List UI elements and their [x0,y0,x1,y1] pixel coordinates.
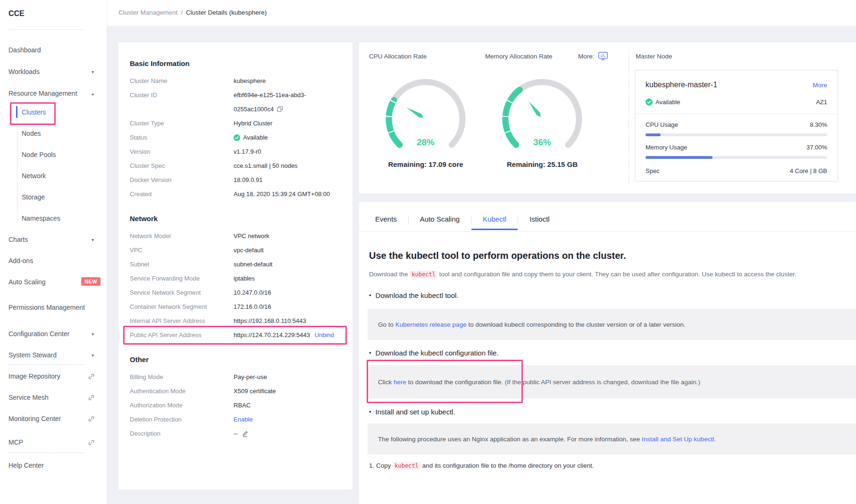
breadcrumb: Cluster Management/Cluster Details (kube… [118,9,267,16]
sidebar-item-system-steward[interactable]: System Steward ▾ [8,350,99,360]
external-link-icon [88,439,95,446]
status-available-icon [234,134,240,141]
install-and-setup-kubectl-link[interactable]: Install and Set Up kubectl [642,436,714,443]
edit-icon[interactable] [242,430,249,437]
sidebar-item-storage[interactable]: Storage [22,192,99,202]
cpu-usage-bar-fill [646,133,661,136]
tab-bar-divider [359,231,856,231]
breadcrumb-separator: / [181,9,183,16]
monitor-chart-icon[interactable] [598,51,608,61]
tab-events[interactable]: Events [375,215,408,230]
chevron-down-icon: ▾ [92,331,94,337]
kubectl-code: kubectl [410,271,437,278]
row-vpc: VPC vpc-default [130,243,341,257]
sidebar-item-permissions-management[interactable]: Permissions Management [8,297,99,318]
row-version: Version v1.17.9-r0 [130,145,341,159]
tab-kubectl[interactable]: Kubectl [471,215,518,230]
tab-bar: Events Auto Scaling Kubectl Istioctl [375,215,561,230]
sidebar-item-network[interactable]: Network [22,171,99,181]
row-cluster-id: Cluster ID efbf694e-e125-11ea-abd3- 0255… [130,88,341,116]
sidebar-item-image-repository[interactable]: Image Repository [8,371,99,381]
sidebar-item-dashboard[interactable]: Dashboard [8,45,99,55]
cpu-remaining-label: Remaining: 17.09 core [374,160,478,168]
row-description: Description -- [130,427,341,441]
step-download-tool-box: Go to Kubernetes release page to downloa… [368,309,856,340]
sidebar-item-configuration-center[interactable]: Configuration Center ▾ [8,329,99,339]
master-node-title: Master Node [636,53,672,60]
step-download-config-box: Click here to download the configuration… [368,365,856,398]
row-docker-version: Docker Version 18.09.0.91 [130,173,341,187]
step-install-kubectl: Install and set up kubectl. [369,408,455,416]
app-title: CCE [8,9,25,18]
row-cluster-type: Cluster Type Hybrid Cluster [130,116,341,131]
instruction-copy-kubectl: 1. Copy kubectl and its configuration fi… [369,462,594,469]
sidebar-item-namespaces[interactable]: Namespaces [22,213,99,223]
kubectl-heading: Use the kubectl tool to perform operatio… [369,250,626,261]
master-node-name: kubesphere-master-1 [646,81,717,89]
spec-value: 4 Core | 8 GB [790,167,827,174]
row-status: Status Available [130,131,341,145]
row-cluster-spec: Cluster Spec cce.s1.small | 50 nodes [130,159,341,173]
cluster-tabs-panel: Events Auto Scaling Kubectl Istioctl Use… [359,202,856,504]
monitoring-panel: CPU Allocation Rate Memory Allocation Ra… [359,42,856,193]
sidebar-item-resource-management[interactable]: Resource Management ▴ [8,88,99,99]
enable-link[interactable]: Enable [234,413,252,427]
master-node-divider [635,114,838,114]
kubernetes-release-page-link[interactable]: Kubernetes release page [395,321,467,328]
row-network-model: Network Model VPC network [130,229,341,243]
step-install-kubectl-box: The following procedure uses an Nginx ap… [368,423,856,454]
other-title: Other [130,355,341,364]
chevron-down-icon: ▾ [92,353,94,358]
breadcrumb-parent[interactable]: Cluster Management [118,9,177,16]
step-download-tool: Download the kubectl tool. [369,291,459,299]
kubectl-intro: Download the kubectl tool and configurat… [369,271,797,278]
sidebar-divider [8,29,84,30]
sidebar-item-add-ons[interactable]: Add-ons [8,256,99,266]
memory-usage-bar [646,156,827,159]
tab-auto-scaling[interactable]: Auto Scaling [409,215,471,230]
new-badge: NEW [81,277,101,286]
row-public-api-server-address: Public API Server Address https://124.70… [130,328,341,342]
download-config-here-link[interactable]: here [394,379,406,386]
other-list: Billing Mode Pay-per-use Authentication … [130,370,341,441]
chevron-up-icon: ▴ [92,91,94,96]
sidebar-item-service-mesh[interactable]: Service Mesh [8,392,99,403]
row-internal-api-server-address: Internal API Server Address https://192.… [130,314,341,328]
memory-usage-value: 37.00% [806,144,827,151]
status-available-icon [646,99,653,106]
svg-text:36%: 36% [533,137,551,147]
sidebar-item-help-center[interactable]: Help Center [8,460,99,471]
sidebar-item-mcp[interactable]: MCP [8,437,99,447]
sidebar-item-nodes[interactable]: Nodes [22,128,99,139]
cpu-allocation-gauge: 28% [381,75,470,151]
basic-information-list: Cluster Name kubesphere Cluster ID efbf6… [130,74,341,201]
step-download-config: Download the kubectl configuration file. [369,349,499,357]
memory-allocation-rate-title: Memory Allocation Rate [485,53,553,60]
master-node-az: AZ1 [816,99,827,106]
row-container-network-segment: Container Network Segment 172.16.0.0/16 [130,300,341,314]
network-title: Network [130,215,341,223]
sidebar-item-workloads[interactable]: Workloads ▾ [8,66,99,77]
sidebar-item-clusters[interactable]: Clusters [22,107,99,117]
row-created: Created Aug 18, 2020 15:39:24 GMT+08:00 [130,187,341,201]
sidebar-item-node-pools[interactable]: Node Pools [22,149,99,160]
row-service-network-segment: Service Network Segment 10.247.0.0/16 [130,286,341,300]
sidebar-item-monitoring-center[interactable]: Monitoring Center [8,413,99,424]
chevron-down-icon: ▾ [92,69,94,74]
sidebar-item-charts[interactable]: Charts ▾ [8,234,99,245]
master-node-status: Available [655,99,680,106]
master-node-more-link[interactable]: More [813,82,827,89]
tab-istioctl[interactable]: Istioctl [518,215,561,230]
submenu-connector-line [17,107,17,223]
svg-text:28%: 28% [417,137,435,147]
cpu-usage-value: 8.30% [810,121,827,128]
memory-remaining-label: Remaining: 25.15 GB [490,160,594,168]
unbind-link[interactable]: Unbind [315,331,334,339]
row-subnet: Subnet subnet-default [130,257,341,272]
master-node-title-row: kubesphere-master-1 More [646,81,827,89]
cpu-usage-bar [646,133,827,136]
monitor-more: More: [578,51,608,61]
sidebar: CCE Dashboard Workloads ▾ Resource Manag… [0,0,107,504]
copy-icon[interactable] [277,106,283,112]
chevron-down-icon: ▾ [92,237,94,242]
